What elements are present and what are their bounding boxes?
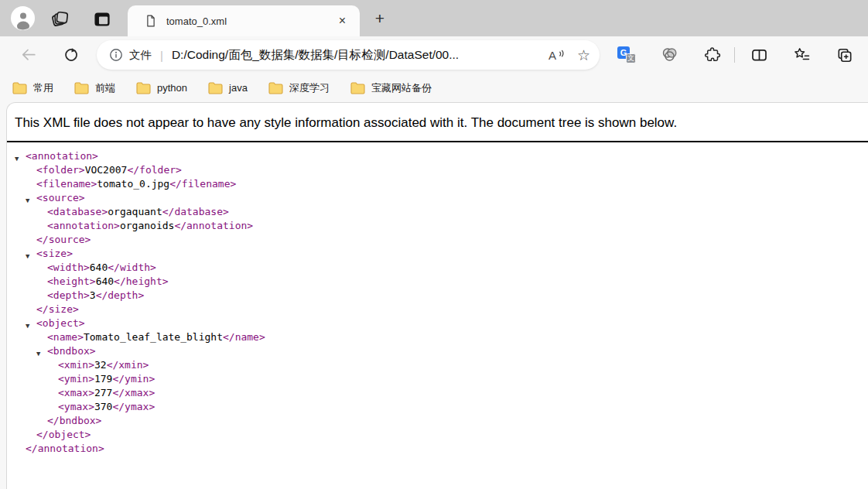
xml-tag: <folder>: [36, 164, 85, 176]
favorites-button[interactable]: [790, 45, 813, 65]
read-aloud-icon[interactable]: A: [547, 46, 566, 63]
xml-text-value: 640: [90, 262, 108, 273]
xml-line: <width>640</width>: [7, 261, 868, 275]
xml-tag: <bndbox>: [47, 345, 96, 357]
new-tab-button[interactable]: +: [369, 8, 391, 29]
translate-icon: G 文: [617, 46, 636, 63]
xml-line: <ymin>179</ymin>: [7, 372, 868, 386]
info-icon: [109, 48, 123, 62]
xml-tag: <xmin>: [58, 359, 94, 371]
xml-text-value: 640: [96, 275, 114, 287]
xml-text-value: VOC2007: [85, 164, 128, 176]
xml-tag: <name>: [47, 331, 84, 343]
toolbar-separator: [734, 47, 735, 63]
bookmark-folder-baozangwangzhan[interactable]: 宝藏网站备份: [350, 81, 432, 95]
xml-tag: <size>: [36, 248, 73, 259]
tab-actions-icon: [92, 9, 111, 29]
circles-extension-icon: [660, 46, 679, 64]
active-tab[interactable]: tomato_0.xml ×: [128, 5, 360, 36]
document-icon: [144, 13, 158, 29]
xml-tag: <ymin>: [58, 373, 94, 385]
xml-line: <name>Tomato_leaf_late_blight</name>: [7, 330, 868, 344]
favorite-star-button[interactable]: ☆: [577, 48, 590, 63]
bookmark-label: 前端: [95, 81, 115, 95]
bookmark-label: python: [157, 82, 187, 94]
xml-line: <depth>3</depth>: [7, 289, 868, 303]
url-separator: |: [160, 49, 163, 62]
xml-line: <database>orgaquant</database>: [7, 205, 868, 219]
xml-text-value: tomato_0.jpg: [97, 178, 169, 190]
bookmark-label: 深度学习: [289, 81, 330, 95]
folder-icon: [268, 82, 283, 94]
collections-icon: [835, 46, 854, 64]
xml-tag: </object>: [36, 429, 91, 440]
xml-text-value: Tomato_leaf_late_blight: [84, 331, 223, 343]
xml-line: <height>640</height>: [7, 275, 868, 289]
translate-extension-button[interactable]: G 文: [615, 45, 638, 65]
back-button[interactable]: [19, 46, 39, 64]
address-bar[interactable]: 文件 | D:/Coding/面包_数据集/数据集/目标检测/DataSet/0…: [97, 40, 600, 70]
folder-icon: [136, 82, 151, 94]
xml-tag: </xmin>: [107, 359, 149, 371]
xml-tag: <source>: [36, 192, 85, 203]
xml-line: <annotation>organoids</annotation>: [7, 219, 868, 233]
xml-tag: </depth>: [96, 289, 145, 301]
url-text[interactable]: D:/Coding/面包_数据集/数据集/目标检测/DataSet/00...: [172, 47, 547, 63]
browser-window: tomato_0.xml × + 文件 | D:/Coding/面包_: [0, 0, 868, 489]
collections-button[interactable]: [832, 45, 856, 65]
xml-line: <folder>VOC2007</folder>: [7, 163, 868, 177]
xml-line: ▼<bndbox>: [7, 344, 868, 358]
xml-tag: </annotation>: [174, 220, 253, 231]
bookmark-folder-changyong[interactable]: 常用: [12, 81, 53, 95]
tab-title: tomato_0.xml: [166, 15, 336, 27]
xml-tag: <ymax>: [58, 401, 94, 412]
url-scheme-label: 文件: [129, 48, 152, 63]
xml-tag: </ymax>: [112, 401, 155, 412]
profile-avatar-button[interactable]: [11, 6, 35, 30]
xml-tag: <xmax>: [58, 387, 94, 398]
workspaces-button[interactable]: [50, 9, 70, 29]
xml-tag: </folder>: [127, 164, 181, 176]
xml-text-value: 32: [94, 359, 107, 371]
extension-circles-button[interactable]: [658, 45, 681, 65]
tab-strip: tomato_0.xml × +: [0, 0, 868, 36]
xml-tag: </ymin>: [112, 373, 155, 385]
xml-text-value: 179: [94, 373, 112, 385]
folder-icon: [12, 82, 27, 94]
bookmark-folder-java[interactable]: java: [208, 82, 248, 94]
xml-line: </annotation>: [7, 442, 868, 456]
split-screen-icon: [750, 46, 769, 64]
user-avatar-icon: [12, 7, 35, 30]
xml-line: ▼<object>: [7, 316, 868, 330]
xml-tag: </size>: [36, 303, 79, 315]
xml-line: </object>: [7, 428, 868, 442]
xml-line: <ymax>370</ymax>: [7, 400, 868, 414]
folder-icon: [350, 82, 365, 94]
bookmark-folder-python[interactable]: python: [136, 82, 187, 94]
extensions-menu-button[interactable]: [700, 45, 723, 65]
xml-line: </size>: [7, 303, 868, 316]
xml-text-value: 277: [94, 387, 112, 398]
navigation-toolbar: 文件 | D:/Coding/面包_数据集/数据集/目标检测/DataSet/0…: [0, 36, 868, 74]
xml-line: ▼<annotation>: [7, 149, 868, 163]
xml-line: ▼<source>: [7, 191, 868, 205]
bookmark-label: 宝藏网站备份: [371, 81, 432, 95]
xml-tag: </source>: [36, 234, 91, 245]
xml-line: ▼<size>: [7, 247, 868, 261]
favorites-star-list-icon: [792, 46, 812, 64]
refresh-button[interactable]: [61, 46, 81, 64]
bookmark-folder-shenduxuexi[interactable]: 深度学习: [268, 81, 330, 95]
xml-tag: </xmax>: [112, 387, 155, 398]
folder-icon: [208, 82, 223, 94]
xml-line: </bndbox>: [7, 414, 868, 428]
svg-text:A: A: [548, 49, 556, 62]
split-screen-button[interactable]: [747, 45, 771, 65]
refresh-icon: [62, 46, 80, 64]
tab-close-button[interactable]: ×: [336, 13, 349, 29]
tab-actions-button[interactable]: [91, 9, 111, 29]
xml-tag: </database>: [162, 206, 229, 217]
web-content-card: This XML file does not appear to have an…: [6, 102, 868, 489]
xml-text-value: orgaquant: [108, 206, 162, 217]
bookmark-folder-qianduan[interactable]: 前端: [74, 81, 115, 95]
bookmarks-bar: 常用 前端 python java 深度学习 宝藏网站备份: [0, 74, 868, 102]
